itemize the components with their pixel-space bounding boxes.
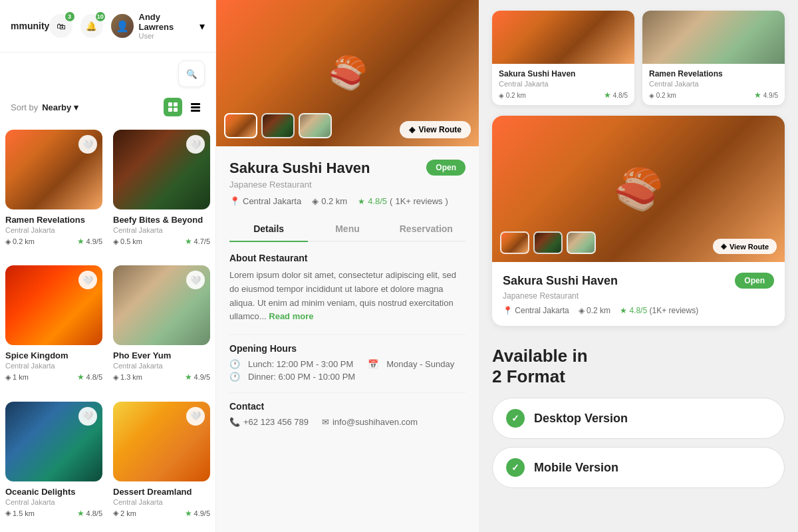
food-decoration: 🍣 <box>328 55 368 92</box>
divider <box>229 334 466 335</box>
restaurant-distance: ◈ 0.2 km <box>5 237 35 246</box>
featured-open-badge: Open <box>735 273 774 289</box>
featured-route-label: View Route <box>730 243 769 251</box>
star-icon: ★ <box>358 197 365 206</box>
grid-view-button[interactable] <box>164 98 182 116</box>
restaurant-rating: ★ 4.9/5 <box>77 237 102 246</box>
search-button[interactable]: 🔍 <box>178 61 205 87</box>
list-view-button[interactable] <box>186 98 205 116</box>
favorite-button[interactable]: 🤍 <box>78 135 97 154</box>
featured-thumbnails <box>500 231 596 254</box>
thumbnail-1[interactable] <box>224 113 257 138</box>
list-item[interactable]: 🤍 Dessert Dreamland Central Jakarta ◈ 2 … <box>108 396 215 532</box>
notif-badge: 10 <box>96 12 105 21</box>
restaurant-name: Beefy Bites & Beyond <box>113 215 210 225</box>
mini-card-2[interactable]: Ramen Revelations Central Jakarta ◈ 0.2 … <box>642 11 785 105</box>
phone-icon: 📞 <box>229 417 240 427</box>
mobile-label: Mobile Version <box>534 461 618 475</box>
cart-button[interactable]: 🛍 3 <box>49 14 72 38</box>
thumbnail-2[interactable] <box>261 113 295 138</box>
hours-row-dinner: 🕐 Dinner: 6:00 PM - 10:00 PM <box>229 372 466 382</box>
card-image-wrap: 🤍 <box>113 402 210 481</box>
card-image-wrap: 🤍 <box>5 265 102 345</box>
calendar-icon: 📅 <box>368 359 378 369</box>
featured-thumb-3[interactable] <box>567 231 596 254</box>
contact-title: Contact <box>229 401 466 412</box>
available-title: Available in2 Format <box>492 346 785 387</box>
restaurant-meta: ◈ 1.5 km ★ 4.8/5 <box>5 509 102 518</box>
favorite-button[interactable]: 🤍 <box>78 407 97 426</box>
navigation-icon: ◈ <box>5 509 11 517</box>
notification-button[interactable]: 🔔 10 <box>80 14 103 38</box>
view-route-label: View Route <box>419 125 462 134</box>
tab-reservation[interactable]: Reservation <box>387 217 466 241</box>
email-icon: ✉ <box>322 417 329 427</box>
bell-icon: 🔔 <box>86 21 97 31</box>
detail-restaurant-type: Japanese Restaurant <box>229 180 466 190</box>
restaurant-meta: ◈ 2 km ★ 4.9/5 <box>113 509 210 518</box>
view-route-button[interactable]: ◈ View Route <box>400 121 471 138</box>
user-role: User <box>139 32 194 40</box>
desktop-label: Desktop Version <box>534 412 628 426</box>
star-icon: ★ <box>77 509 84 518</box>
navigation-icon: ◈ <box>5 237 11 246</box>
mini-card-image-2 <box>642 11 785 64</box>
featured-route-button[interactable]: ◈ View Route <box>713 239 777 254</box>
list-item[interactable]: 🤍 Spice Kingdom Central Jakarta ◈ 1 km ★… <box>0 260 108 396</box>
sort-chevron-icon: ▾ <box>74 102 78 112</box>
mini-card-meta-2: ◈ 0.2 km ★ 4.9/5 <box>649 90 778 100</box>
navigation-icon: ◈ <box>5 373 11 382</box>
email-contact: ✉ info@sushihaven.com <box>322 417 418 427</box>
list-item[interactable]: 🤍 Beefy Bites & Beyond Central Jakarta ◈… <box>108 124 215 260</box>
chevron-down-icon: ▾ <box>200 20 205 33</box>
star-icon: ★ <box>77 372 84 382</box>
view-toggle <box>164 98 205 116</box>
restaurant-location: Central Jakarta <box>113 362 210 370</box>
featured-thumb-2[interactable] <box>533 231 563 254</box>
left-panel: mmunity 🛍 3 🔔 10 👤 Andy Lawrens User ▾ <box>0 0 216 532</box>
location-icon: 📍 <box>229 196 240 206</box>
navigation-icon: ◈ <box>113 509 118 517</box>
favorite-button[interactable]: 🤍 <box>186 407 205 426</box>
restaurant-grid: 🤍 Ramen Revelations Central Jakarta ◈ 0.… <box>0 124 215 532</box>
divider-2 <box>229 392 466 393</box>
phone-contact: 📞 +62 123 456 789 <box>229 417 309 427</box>
tab-details[interactable]: Details <box>229 217 308 242</box>
restaurant-meta: ◈ 0.5 km ★ 4.7/5 <box>113 237 210 246</box>
mini-card-body-1: Sakura Sushi Haven Central Jakarta ◈ 0.2… <box>492 64 634 105</box>
tab-menu[interactable]: Menu <box>308 217 386 241</box>
restaurant-rating: ★ 4.9/5 <box>185 509 210 518</box>
clock-icon: 🕐 <box>229 359 240 369</box>
user-profile[interactable]: 👤 Andy Lawrens User ▾ <box>111 12 205 40</box>
detail-distance: ◈ 0.2 km <box>312 196 347 206</box>
star-icon: ★ <box>185 509 192 518</box>
mobile-version-button[interactable]: ✓ Mobile Version <box>492 447 785 488</box>
featured-type: Japanese Restaurant <box>503 291 774 301</box>
star-icon: ★ <box>185 372 192 382</box>
open-status-badge: Open <box>426 160 466 176</box>
mini-card-1[interactable]: Sakura Sushi Haven Central Jakarta ◈ 0.2… <box>492 11 634 105</box>
favorite-button[interactable]: 🤍 <box>186 135 205 154</box>
read-more-link[interactable]: Read more <box>269 311 313 321</box>
sort-select[interactable]: Nearby ▾ <box>42 102 78 112</box>
mini-card-image-1 <box>492 11 634 64</box>
detail-restaurant-name: Sakura Sushi Haven <box>229 160 370 177</box>
restaurant-location: Central Jakarta <box>5 498 102 506</box>
list-item[interactable]: 🤍 Pho Ever Yum Central Jakarta ◈ 1.3 km … <box>108 260 215 396</box>
svg-rect-5 <box>191 106 200 108</box>
header: mmunity 🛍 3 🔔 10 👤 Andy Lawrens User ▾ <box>0 0 215 53</box>
svg-rect-0 <box>168 102 172 106</box>
navigation-icon: ◈ <box>113 237 118 246</box>
featured-meta: 📍 Central Jakarta ◈ 0.2 km ★ 4.8/5 (1K+ … <box>503 306 774 315</box>
svg-rect-2 <box>168 108 172 112</box>
detail-content: Sakura Sushi Haven Open Japanese Restaur… <box>216 146 479 532</box>
desktop-version-button[interactable]: ✓ Desktop Version <box>492 398 785 439</box>
featured-thumb-1[interactable] <box>500 231 529 254</box>
thumbnail-3[interactable] <box>299 113 332 138</box>
featured-card[interactable]: 🍣 ◈ View Route Sakura Sushi Haven Open J… <box>492 116 785 326</box>
restaurant-meta: ◈ 0.2 km ★ 4.9/5 <box>5 237 102 246</box>
list-item[interactable]: 🤍 Ramen Revelations Central Jakarta ◈ 0.… <box>0 124 108 260</box>
list-item[interactable]: 🤍 Oceanic Delights Central Jakarta ◈ 1.5… <box>0 396 108 532</box>
star-icon: ★ <box>620 306 627 315</box>
svg-rect-4 <box>191 103 200 105</box>
